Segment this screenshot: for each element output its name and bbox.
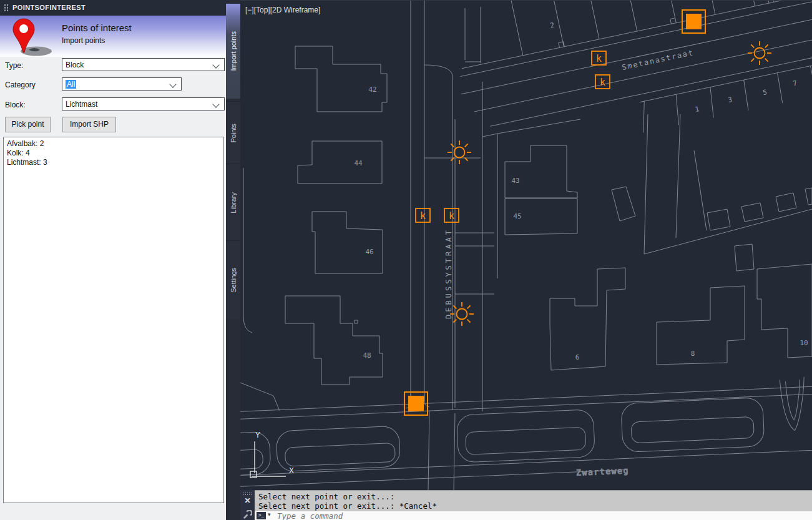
panel-titlebar[interactable]: POINTSOFINTEREST [0, 0, 226, 16]
import-shp-button[interactable]: Import SHP [62, 117, 116, 132]
street-name-debussystraat: DEBUSSYSTRAAT [444, 228, 453, 319]
house-number: 2 [549, 21, 555, 29]
command-line: Select next point or exit...: *Cancel* [258, 501, 812, 511]
tab-library[interactable]: Library [226, 164, 240, 241]
type-select-value: Block [66, 61, 84, 69]
house-number: 1 [694, 105, 700, 114]
panel-title: POINTSOFINTEREST [12, 0, 86, 16]
panel-header-subtitle: Import points [62, 36, 105, 45]
block-select-value: Lichtmast [66, 100, 97, 109]
afvalbak-marker[interactable] [682, 10, 705, 33]
category-select[interactable]: All [62, 77, 182, 91]
house-number: 10 [800, 339, 808, 347]
parking-island [621, 398, 765, 453]
command-prompt-icon: >_ [257, 512, 266, 519]
house-number: 5 [762, 88, 768, 97]
pick-point-button[interactable]: Pick point [5, 117, 51, 132]
list-item: Kolk: 4 [7, 149, 220, 158]
road-lines [240, 1, 812, 491]
category-label: Category [5, 81, 36, 89]
house-number: 45 [513, 212, 521, 220]
chevron-down-icon[interactable]: ▾ [268, 511, 271, 518]
chevron-down-icon [212, 61, 219, 68]
command-input-row: >_ ▾ [255, 511, 812, 520]
tab-label: Points [230, 124, 237, 143]
tab-label: Import points [230, 31, 237, 71]
parking-slot [631, 416, 754, 443]
tab-label: Library [230, 192, 237, 213]
parking-slot [285, 443, 395, 467]
parking-island [780, 377, 806, 431]
lichtmast-marker[interactable] [748, 41, 771, 65]
application-window: POINTSOFINTEREST Points of interest Impo… [0, 0, 812, 520]
kolk-marker[interactable]: k [595, 75, 610, 89]
ucs-icon: Y X [250, 430, 294, 478]
parking-slot [466, 427, 586, 454]
lichtmast-marker[interactable] [450, 302, 474, 326]
house-number: 46 [365, 248, 373, 256]
command-bar: ✕ Select next point or exit...: Select n… [240, 490, 812, 520]
wrench-icon[interactable] [243, 510, 252, 519]
command-input[interactable] [277, 511, 801, 520]
house-number: 43 [511, 177, 519, 185]
block-select[interactable]: Lichtmast [62, 97, 225, 110]
points-of-interest-panel: POINTSOFINTEREST Points of interest Impo… [0, 0, 226, 520]
tab-import-points[interactable]: Import points [226, 4, 240, 99]
building-outlines [285, 46, 812, 385]
kolk-marker[interactable]: k [444, 208, 459, 222]
list-item: Lichtmast: 3 [7, 158, 220, 167]
kolk-glyph: k [420, 210, 426, 222]
kolk-glyph: k [449, 210, 454, 222]
panel-header: Points of interest Import points [0, 16, 226, 57]
house-number: 42 [368, 86, 376, 94]
panel-header-title: Points of interest [62, 22, 132, 33]
house-number: 6 [575, 353, 580, 361]
house-number: 3 [727, 96, 733, 104]
lichtmast-marker[interactable] [448, 140, 471, 164]
kolk-glyph: k [600, 77, 605, 88]
category-select-value: All [66, 80, 76, 89]
house-number: 7 [792, 79, 798, 88]
zwarteweg-scene: Zwarteweg [240, 370, 812, 491]
road-lines [240, 380, 812, 488]
command-line: Select next point or exit...: [258, 492, 812, 501]
list-item: Afvalbak: 2 [7, 139, 220, 149]
house-number: 48 [363, 351, 371, 360]
tab-settings[interactable]: Settings [226, 240, 240, 319]
kolk-glyph: k [596, 53, 602, 64]
street-name-zwarteweg: Zwarteweg [576, 466, 629, 478]
side-tabstrip: Import points Points Library Settings [226, 0, 240, 520]
chevron-down-icon [169, 81, 176, 87]
tab-label: Settings [230, 268, 237, 293]
chevron-down-icon [212, 101, 219, 107]
ucs-y-label: Y [255, 430, 260, 439]
close-icon[interactable]: ✕ [240, 496, 255, 505]
kolk-marker[interactable]: k [416, 208, 430, 222]
command-history: Select next point or exit...: Select nex… [255, 490, 812, 511]
parking-slot [240, 449, 263, 470]
import-summary-list[interactable]: Afvalbak: 2 Kolk: 4 Lichtmast: 3 [3, 137, 224, 503]
command-bar-handle[interactable]: ✕ [240, 490, 255, 520]
house-number: 44 [354, 159, 363, 167]
tab-points[interactable]: Points [226, 101, 240, 164]
map-canvas[interactable]: Smetanastraat 2 1 3 5 7 Zwarteweg [240, 1, 812, 491]
kolk-marker[interactable]: k [592, 51, 606, 65]
type-label: Type: [5, 61, 23, 70]
house-number: 8 [691, 350, 695, 358]
viewport: [−][Top][2D Wireframe] Smetanastraat [240, 0, 812, 490]
block-label: Block: [5, 101, 26, 109]
map-pin-icon [5, 17, 57, 57]
type-select[interactable]: Block [62, 58, 225, 71]
ucs-x-label: X [289, 466, 294, 475]
street-name-smetanastraat: Smetanastraat [621, 48, 695, 72]
drag-grip-icon[interactable] [243, 492, 252, 496]
drag-grip-icon[interactable] [4, 4, 9, 12]
parking-island [276, 426, 401, 472]
